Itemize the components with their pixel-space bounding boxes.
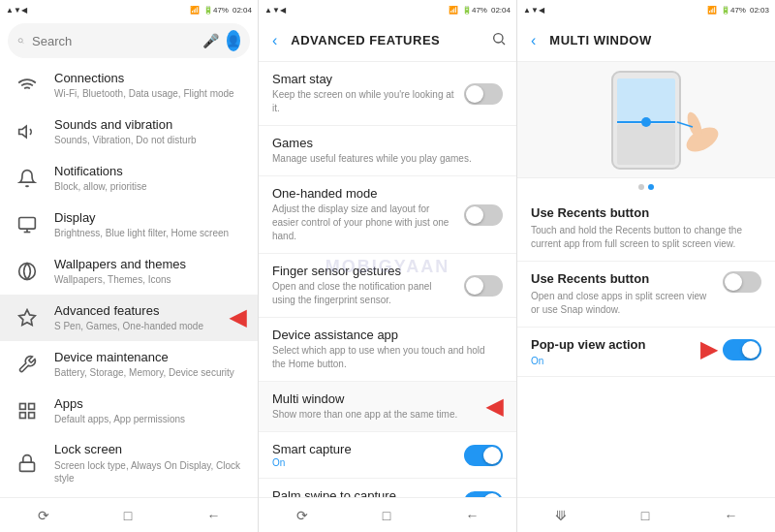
multi-window-subtitle: Show more than one app at the same time. (272, 408, 477, 422)
use-recents-feature-2[interactable]: Use Recents button Open and close apps i… (517, 262, 775, 328)
settings-item-wallpapers[interactable]: Wallpapers and themes Wallpapers, Themes… (0, 248, 258, 295)
nav-home-2[interactable]: □ (377, 502, 396, 529)
device-assistance-text: Device assistance app Select which app t… (272, 328, 503, 371)
feature-palm-swipe[interactable]: Palm swipe to capture On (259, 479, 516, 497)
feature-smart-stay[interactable]: Smart stay Keep the screen on while you'… (259, 62, 516, 126)
finger-sensor-title: Finger sensor gestures (272, 264, 454, 278)
notifications-icon (12, 163, 43, 194)
status-bar-2: ▲▼◀ 📶 🔋47% 02:04 (259, 0, 516, 19)
svg-point-0 (18, 39, 22, 43)
svg-marker-3 (19, 126, 27, 138)
settings-item-lockscreen[interactable]: Lock screen Screen lock type, Always On … (0, 434, 258, 492)
nav-recent-1[interactable]: ⟳ (32, 502, 55, 529)
multi-window-illustration (517, 62, 775, 178)
time-display-2: 02:04 (491, 6, 511, 15)
signal-icon-2: 📶 (449, 6, 458, 15)
wallpapers-subtitle: Wallpapers, Themes, Icons (54, 273, 246, 286)
one-handed-toggle[interactable] (464, 204, 503, 226)
search-input[interactable] (32, 34, 195, 48)
lockscreen-subtitle: Screen lock type, Always On Display, Clo… (54, 459, 246, 485)
smart-capture-title: Smart capture (272, 442, 454, 456)
dots-indicator (517, 178, 775, 196)
maintenance-text: Device maintenance Battery, Storage, Mem… (54, 350, 246, 380)
sounds-title: Sounds and vibration (54, 117, 246, 134)
smart-capture-toggle[interactable] (464, 445, 503, 466)
nav-back-2[interactable]: ← (459, 502, 484, 529)
back-button-2[interactable]: ‹ (268, 28, 281, 53)
panel-advanced-features: ▲▼◀ 📶 🔋47% 02:04 ‹ ADVANCED FEATURES Sma… (259, 0, 517, 532)
multi-window-arrow: ◀ (486, 394, 503, 420)
use-recents-title-2: Use Recents button (531, 271, 715, 286)
finger-sensor-text: Finger sensor gestures Open and close th… (272, 264, 464, 307)
signal-icon: 📶 (190, 6, 200, 15)
settings-list: Connections Wi-Fi, Bluetooth, Data usage… (0, 62, 258, 497)
notifications-title: Notifications (54, 164, 246, 180)
advanced-subtitle: S Pen, Games, One-handed mode (54, 320, 230, 332)
one-handed-title: One-handed mode (272, 186, 454, 201)
back-button-3[interactable]: ‹ (527, 28, 540, 53)
lockscreen-icon (12, 448, 43, 479)
popup-view-feature[interactable]: Pop-up view action On ▶ (517, 328, 775, 377)
feature-finger-sensor[interactable]: Finger sensor gestures Open and close th… (259, 254, 516, 318)
device-assistance-title: Device assistance app (272, 328, 493, 342)
use-recents-title-1: Use Recents button (531, 205, 761, 220)
feature-games[interactable]: Games Manage useful features while you p… (259, 126, 516, 176)
one-handed-text: One-handed mode Adjust the display size … (272, 186, 464, 243)
nav-home-3[interactable]: □ (636, 502, 655, 529)
mic-icon[interactable]: 🎤 (202, 33, 219, 48)
finger-sensor-toggle[interactable] (464, 275, 503, 297)
popup-view-toggle[interactable] (723, 339, 761, 360)
apps-subtitle: Default apps, App permissions (54, 413, 246, 425)
svg-point-20 (641, 117, 651, 127)
smart-stay-subtitle: Keep the screen on while you're looking … (272, 88, 454, 115)
advanced-icon (12, 302, 43, 333)
search-button-2[interactable] (491, 31, 507, 49)
feature-smart-capture[interactable]: Smart capture On (259, 432, 516, 479)
nav-back-3[interactable]: ← (718, 502, 743, 529)
settings-item-maintenance[interactable]: Device maintenance Battery, Storage, Mem… (0, 341, 258, 388)
nav-back-1[interactable]: ← (201, 502, 226, 529)
phone-illustration-svg (559, 67, 733, 173)
games-subtitle: Manage useful features while you play ga… (272, 152, 493, 166)
bottom-nav-1: ⟳ □ ← (0, 497, 258, 532)
palm-swipe-title: Palm swipe to capture (272, 488, 454, 497)
smart-capture-text: Smart capture On (272, 442, 464, 468)
apps-title: Apps (54, 396, 246, 413)
advanced-features-list: Smart stay Keep the screen on while you'… (259, 62, 516, 497)
search-bar[interactable]: 🎤 👤 (8, 23, 250, 58)
nav-home-1[interactable]: □ (118, 502, 138, 529)
settings-item-apps[interactable]: Apps Default apps, App permissions (0, 388, 258, 434)
smart-stay-title: Smart stay (272, 72, 454, 86)
svg-point-7 (19, 264, 36, 280)
dot-1 (638, 184, 644, 190)
use-recents-toggle[interactable] (723, 271, 761, 293)
nav-recent-2[interactable]: ⟳ (291, 502, 314, 529)
settings-item-connections[interactable]: Connections Wi-Fi, Bluetooth, Data usage… (0, 62, 258, 109)
maintenance-title: Device maintenance (54, 350, 246, 366)
dot-2 (648, 184, 654, 190)
status-left-icons-3: ▲▼◀ (523, 6, 544, 15)
sounds-text: Sounds and vibration Sounds, Vibration, … (54, 117, 246, 147)
status-bar-3: ▲▼◀ 📶 🔋47% 02:03 (517, 0, 775, 19)
feature-device-assistance[interactable]: Device assistance app Select which app t… (259, 318, 516, 382)
settings-item-sounds[interactable]: Sounds and vibration Sounds, Vibration, … (0, 109, 258, 155)
connections-text: Connections Wi-Fi, Bluetooth, Data usage… (54, 71, 246, 101)
palm-swipe-toggle[interactable] (464, 491, 503, 498)
multi-window-features-list: Use Recents button Touch and hold the Re… (517, 196, 775, 497)
account-icon[interactable]: 👤 (227, 30, 240, 51)
smart-stay-toggle[interactable] (464, 83, 503, 105)
use-recents-section-1: Use Recents button Touch and hold the Re… (517, 196, 775, 262)
use-recents-text-2: Use Recents button Open and close apps i… (531, 271, 723, 317)
display-subtitle: Brightness, Blue light filter, Home scre… (54, 227, 246, 239)
nav-share-3[interactable]: ⟱ (549, 502, 573, 529)
advanced-title-header: ADVANCED FEATURES (291, 33, 481, 47)
settings-item-advanced[interactable]: Advanced features S Pen, Games, One-hand… (0, 295, 258, 341)
settings-item-notifications[interactable]: Notifications Block, allow, prioritise (0, 155, 258, 202)
wallpapers-icon (12, 256, 43, 287)
feature-one-handed[interactable]: One-handed mode Adjust the display size … (259, 176, 516, 254)
lockscreen-text: Lock screen Screen lock type, Always On … (54, 442, 246, 485)
feature-multi-window[interactable]: Multi window Show more than one app at t… (259, 382, 516, 432)
status-left-icons-2: ▲▼◀ (264, 6, 286, 15)
settings-item-display[interactable]: Display Brightness, Blue light filter, H… (0, 202, 258, 248)
apps-text: Apps Default apps, App permissions (54, 396, 246, 426)
